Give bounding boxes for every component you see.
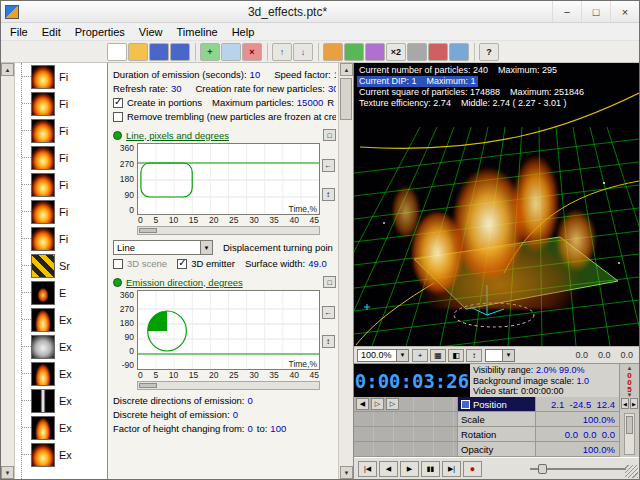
track-name-opacity[interactable]: Opacity: [458, 442, 536, 456]
remove-trembling-checkbox[interactable]: [113, 112, 123, 122]
pan-left-button[interactable]: ←: [322, 306, 335, 319]
line-type-select[interactable]: Line ▼: [113, 240, 213, 255]
menu-help[interactable]: Help: [225, 24, 262, 40]
timeline-scrollbar[interactable]: [624, 413, 635, 455]
zoom-select[interactable]: 100.0% ▼: [357, 349, 409, 362]
line-group-title[interactable]: Line, pixels and degrees: [126, 130, 229, 141]
step-back-button[interactable]: ◀: [379, 461, 398, 477]
effect-list-item[interactable]: Sr: [15, 252, 107, 279]
save-file-icon[interactable]: [149, 43, 169, 61]
preview-3d-viewport[interactable]: Current number of particles: 240 Maximum…: [354, 63, 639, 346]
effect-list-item[interactable]: Fi: [15, 144, 107, 171]
play-button[interactable]: ▶: [400, 461, 419, 477]
first-key-button[interactable]: ◀: [356, 398, 369, 410]
track-value[interactable]: 100.0%: [536, 412, 619, 426]
effect-list-item[interactable]: Fi: [15, 63, 107, 90]
camera-mode-icon[interactable]: ◧: [448, 349, 464, 362]
emission-graph-scrollbar[interactable]: [137, 381, 320, 390]
surface-width-value[interactable]: 49.0: [308, 258, 327, 269]
emission-graph-plot[interactable]: Time,%: [137, 290, 320, 370]
track-value[interactable]: 100.0%: [536, 442, 619, 456]
expand-graph-icon[interactable]: □: [323, 276, 336, 288]
new-file-icon[interactable]: [107, 43, 127, 61]
close-button[interactable]: ×: [610, 1, 639, 22]
particles-tool-icon[interactable]: [323, 43, 343, 61]
record-button[interactable]: ●: [463, 461, 482, 477]
emission-group-title[interactable]: Emission direction, degrees: [126, 277, 243, 288]
resize-grip[interactable]: [625, 465, 638, 478]
overlay-select[interactable]: ▼: [485, 349, 515, 362]
fit-view-icon[interactable]: ↕: [466, 349, 482, 362]
effect-list-item[interactable]: Ex: [15, 414, 107, 441]
prev-key-button[interactable]: ▷: [371, 398, 384, 410]
bg-image-scale-value[interactable]: 1.0: [577, 376, 590, 386]
slider-handle[interactable]: [538, 464, 547, 474]
parameters-scrollbar[interactable]: ▲ ▼: [338, 63, 353, 479]
duration-value[interactable]: 10: [250, 69, 261, 80]
scroll-down-icon[interactable]: ▼: [340, 466, 353, 479]
scene-3d-checkbox[interactable]: [113, 259, 123, 269]
select-mode-icon[interactable]: +: [412, 349, 428, 362]
draw-mode-icon[interactable]: ▦: [430, 349, 446, 362]
timeline-track[interactable]: [354, 412, 458, 426]
effect-list-item[interactable]: Fi: [15, 117, 107, 144]
create-in-portions-checkbox[interactable]: [113, 98, 123, 108]
line-graph-scrollbar[interactable]: [137, 226, 320, 235]
speed-factor-value[interactable]: 1.10: [334, 69, 336, 80]
track-value[interactable]: 2.1 -24.5 12.4: [536, 397, 619, 411]
save-all-icon[interactable]: [170, 43, 190, 61]
step-forward-button[interactable]: ▶|: [442, 461, 461, 477]
effect-list-item[interactable]: Fi: [15, 198, 107, 225]
timeline-zoom-slider[interactable]: [530, 462, 626, 476]
background-tool-icon[interactable]: [365, 43, 385, 61]
effect-list-item[interactable]: Ex: [15, 333, 107, 360]
timeline-track[interactable]: ◀▷▷: [354, 397, 458, 411]
next-key-button[interactable]: ▷: [386, 398, 399, 410]
open-file-icon[interactable]: [128, 43, 148, 61]
help-icon[interactable]: ?: [479, 43, 499, 61]
expand-graph-icon[interactable]: □: [323, 129, 336, 141]
texture-tool-icon[interactable]: [344, 43, 364, 61]
line-graph-plot[interactable]: Time,%: [137, 143, 320, 215]
refresh-rate-value[interactable]: 30: [171, 83, 182, 94]
move-up-icon[interactable]: ↑: [272, 43, 292, 61]
effect-list-item[interactable]: Ex: [15, 360, 107, 387]
scroll-up-icon[interactable]: ▲: [340, 63, 353, 76]
grid-toggle-icon[interactable]: [449, 43, 469, 61]
scale-vertical-button[interactable]: ↕: [322, 335, 335, 348]
track-name-rotation[interactable]: Rotation: [458, 427, 536, 441]
maximize-button[interactable]: □: [581, 1, 610, 22]
timeline-track[interactable]: [354, 427, 458, 441]
menu-file[interactable]: File: [3, 24, 35, 40]
menu-edit[interactable]: Edit: [35, 24, 68, 40]
effect-list-item[interactable]: Ex: [15, 441, 107, 468]
effect-list-item[interactable]: Fi: [15, 171, 107, 198]
camera-icon[interactable]: [407, 43, 427, 61]
scroll-left-button[interactable]: ◀: [621, 398, 629, 409]
discrete-directions-value[interactable]: 0: [247, 395, 252, 406]
double-size-icon[interactable]: ×2: [386, 43, 406, 61]
menu-properties[interactable]: Properties: [68, 24, 132, 40]
pan-left-button[interactable]: ←: [322, 159, 335, 172]
creation-rate-value[interactable]: 30: [328, 83, 336, 94]
height-factor-to-value[interactable]: 100: [270, 423, 286, 434]
minimize-button[interactable]: −: [552, 1, 581, 22]
add-emitter-icon[interactable]: +: [200, 43, 220, 61]
visibility-range-max[interactable]: 99.0%: [559, 365, 585, 375]
timeline-track[interactable]: [354, 442, 458, 456]
render-video-icon[interactable]: [428, 43, 448, 61]
emitter-3d-checkbox[interactable]: [177, 259, 187, 269]
menu-view[interactable]: View: [132, 24, 170, 40]
track-name-position[interactable]: Position: [458, 397, 536, 411]
track-value[interactable]: 0.0 0.0 0.0: [536, 427, 619, 441]
scroll-up-icon[interactable]: ▲: [1, 63, 14, 76]
effect-list-item[interactable]: Ex: [15, 306, 107, 333]
clone-emitter-icon[interactable]: [221, 43, 241, 61]
effect-list-item[interactable]: Ex: [15, 387, 107, 414]
height-factor-from-value[interactable]: 0: [248, 423, 253, 434]
discrete-height-value[interactable]: 0: [233, 409, 238, 420]
pause-button[interactable]: ▮▮: [421, 461, 440, 477]
visibility-range-min[interactable]: 2.0%: [536, 365, 557, 375]
effect-list-item[interactable]: Fi: [15, 90, 107, 117]
scroll-down-icon[interactable]: ▼: [1, 466, 14, 479]
